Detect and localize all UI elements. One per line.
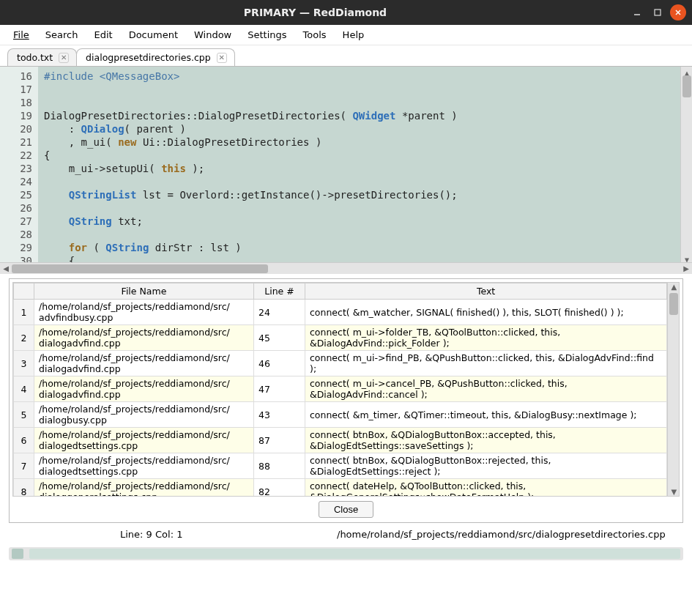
close-window-button[interactable] — [670, 4, 686, 21]
table-row[interactable]: 4/home/roland/sf_projects/reddiamond/src… — [14, 376, 667, 402]
scroll-thumb[interactable] — [682, 75, 691, 97]
code-line[interactable]: m_ui->setupUi( this ); — [44, 162, 674, 175]
menu-settings[interactable]: Settings — [240, 26, 294, 43]
line-number: 16 — [4, 70, 32, 83]
line-number: 18 — [4, 96, 32, 109]
code-line[interactable]: { — [44, 149, 674, 162]
menu-tools[interactable]: Tools — [296, 26, 334, 43]
code-line[interactable] — [44, 83, 674, 96]
bottom-scrollbar[interactable] — [9, 547, 683, 560]
status-linecol: Line: 9 Col: 1 — [120, 529, 274, 540]
cell-rownum: 6 — [14, 428, 34, 453]
table-row[interactable]: 5/home/roland/sf_projects/reddiamond/src… — [14, 402, 667, 428]
header-text[interactable]: Text — [305, 283, 667, 300]
close-icon[interactable]: ✕ — [217, 53, 227, 63]
line-number: 25 — [4, 188, 32, 201]
scroll-down-icon[interactable]: ▼ — [669, 488, 678, 496]
menu-edit[interactable]: Edit — [86, 26, 119, 43]
line-number: 22 — [4, 149, 32, 162]
scroll-down-icon[interactable]: ▼ — [682, 253, 691, 262]
line-number: 17 — [4, 83, 32, 96]
tab-0[interactable]: todo.txt✕ — [7, 48, 77, 66]
cell-text: connect( m_ui->folder_TB, &QToolButton::… — [305, 325, 667, 351]
editor: 161718192021222324252627282930 #include … — [0, 66, 692, 274]
code-line[interactable] — [44, 228, 674, 241]
line-number: 24 — [4, 175, 32, 188]
line-number: 21 — [4, 136, 32, 149]
menu-help[interactable]: Help — [335, 26, 372, 43]
cell-filename: /home/roland/sf_projects/reddiamond/src/… — [34, 300, 254, 325]
table-row[interactable]: 7/home/roland/sf_projects/reddiamond/src… — [14, 453, 667, 479]
svg-rect-1 — [655, 10, 661, 15]
scroll-left-icon[interactable]: ◀ — [1, 264, 10, 273]
results-table[interactable]: File Name Line # Text 1/home/roland/sf_p… — [13, 283, 667, 497]
cell-filename: /home/roland/sf_projects/reddiamond/src/… — [34, 479, 254, 497]
minimize-button[interactable] — [629, 4, 645, 21]
code-line[interactable]: QString txt; — [44, 215, 674, 228]
tab-label: dialogpresetdirectories.cpp — [86, 52, 211, 63]
header-filename[interactable]: File Name — [34, 283, 254, 300]
scroll-up-icon[interactable]: ▲ — [669, 283, 678, 291]
menu-file[interactable]: File — [6, 26, 37, 43]
scroll-up-icon[interactable]: ▲ — [682, 67, 691, 75]
menu-document[interactable]: Document — [122, 26, 185, 43]
code-line[interactable]: { — [44, 254, 674, 262]
cell-linenum: 45 — [254, 325, 305, 351]
table-row[interactable]: 1/home/roland/sf_projects/reddiamond/src… — [14, 300, 667, 325]
table-row[interactable]: 3/home/roland/sf_projects/reddiamond/src… — [14, 351, 667, 376]
cell-filename: /home/roland/sf_projects/reddiamond/src/… — [34, 453, 254, 479]
menubar: File Search Edit Document Window Setting… — [0, 25, 692, 45]
line-number: 19 — [4, 109, 32, 122]
code-line[interactable]: QStringList lst = Overlord::getInstance(… — [44, 188, 674, 201]
line-number: 27 — [4, 215, 32, 228]
cell-linenum: 24 — [254, 300, 305, 325]
code-line[interactable] — [44, 201, 674, 215]
scroll-right-icon[interactable]: ▶ — [682, 264, 691, 273]
maximize-button[interactable] — [650, 4, 666, 21]
menu-window[interactable]: Window — [187, 26, 239, 43]
scroll-thumb-h[interactable] — [12, 264, 268, 273]
close-icon[interactable]: ✕ — [59, 53, 69, 63]
header-rownum[interactable] — [14, 283, 34, 300]
cell-rownum: 2 — [14, 325, 34, 351]
editor-hscrollbar[interactable]: ◀ ▶ — [0, 262, 692, 274]
cell-linenum: 43 — [254, 402, 305, 428]
cell-rownum: 8 — [14, 479, 34, 497]
scroll-thumb[interactable] — [669, 293, 678, 315]
code-line[interactable]: : QDialog( parent ) — [44, 122, 674, 136]
cell-linenum: 82 — [254, 479, 305, 497]
cell-linenum: 46 — [254, 351, 305, 376]
table-row[interactable]: 6/home/roland/sf_projects/reddiamond/src… — [14, 428, 667, 453]
code-area[interactable]: #include <QMessageBox> DialogPresetDirec… — [38, 67, 680, 262]
editor-vscrollbar[interactable]: ▲ ▼ — [680, 67, 692, 262]
cell-filename: /home/roland/sf_projects/reddiamond/src/… — [34, 428, 254, 453]
cell-rownum: 5 — [14, 402, 34, 428]
cell-filename: /home/roland/sf_projects/reddiamond/src/… — [34, 376, 254, 402]
code-line[interactable]: for ( QString dirStr : lst ) — [44, 241, 674, 254]
code-line[interactable]: , m_ui( new Ui::DialogPresetDirectories … — [44, 136, 674, 149]
tabbar: todo.txt✕dialogpresetdirectories.cpp✕ — [0, 45, 692, 66]
code-line[interactable] — [44, 175, 674, 188]
cell-text: connect( &m_timer, &QTimer::timeout, thi… — [305, 402, 667, 428]
code-line[interactable]: #include <QMessageBox> — [44, 70, 674, 83]
cell-linenum: 47 — [254, 376, 305, 402]
tab-1[interactable]: dialogpresetdirectories.cpp✕ — [76, 48, 235, 66]
cell-rownum: 4 — [14, 376, 34, 402]
results-vscrollbar[interactable]: ▲ ▼ — [667, 283, 679, 496]
search-results-panel: File Name Line # Text 1/home/roland/sf_p… — [9, 278, 683, 523]
cell-rownum: 3 — [14, 351, 34, 376]
menu-search[interactable]: Search — [38, 26, 86, 43]
code-line[interactable] — [44, 96, 674, 109]
cell-filename: /home/roland/sf_projects/reddiamond/src/… — [34, 351, 254, 376]
cell-text: connect( btnBox, &QDialogButtonBox::acce… — [305, 428, 667, 453]
table-row[interactable]: 8/home/roland/sf_projects/reddiamond/src… — [14, 479, 667, 497]
cell-text: connect( btnBox, &QDialogButtonBox::reje… — [305, 453, 667, 479]
line-number: 28 — [4, 228, 32, 241]
header-linenum[interactable]: Line # — [254, 283, 305, 300]
line-number: 20 — [4, 122, 32, 136]
close-button[interactable]: Close — [319, 501, 373, 518]
cell-filename: /home/roland/sf_projects/reddiamond/src/… — [34, 325, 254, 351]
code-line[interactable]: DialogPresetDirectories::DialogPresetDir… — [44, 109, 674, 122]
table-row[interactable]: 2/home/roland/sf_projects/reddiamond/src… — [14, 325, 667, 351]
cell-text: connect( m_ui->find_PB, &QPushButton::cl… — [305, 351, 667, 376]
